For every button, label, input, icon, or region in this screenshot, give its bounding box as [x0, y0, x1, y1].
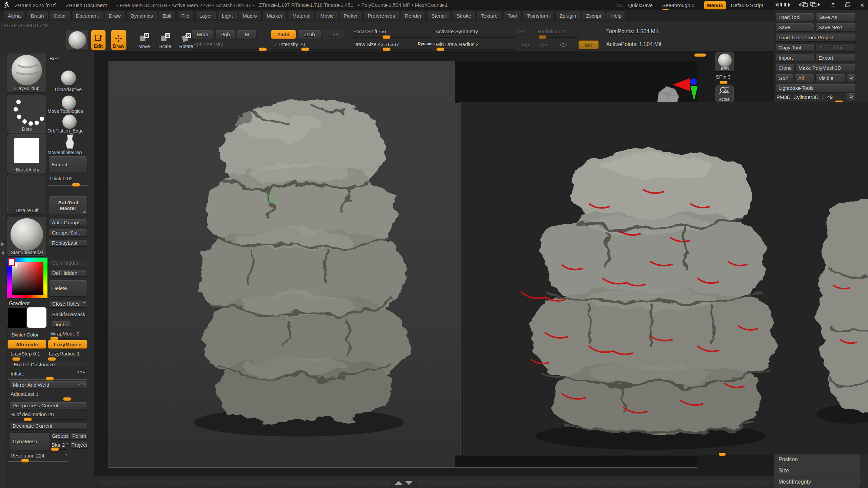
groups-split-button[interactable]: Groups Split: [49, 229, 87, 236]
sv-square[interactable]: [12, 262, 43, 295]
load-tool-button[interactable]: Load Tool: [775, 13, 814, 21]
goz-r-button[interactable]: R: [847, 74, 856, 82]
menu-light[interactable]: Light: [218, 12, 237, 20]
save-button[interactable]: Save: [775, 23, 814, 31]
lazy-step-slider[interactable]: LazyStep 0.1: [11, 351, 40, 357]
spix-slider[interactable]: SPix 3: [716, 74, 730, 80]
extract-button[interactable]: Extract: [48, 156, 87, 173]
scroll-arrow-icon[interactable]: [1, 251, 4, 255]
menu-color[interactable]: Color: [50, 12, 70, 20]
goz-all-button[interactable]: All: [795, 74, 814, 82]
symmetry-x-button[interactable]: >X<: [520, 42, 530, 48]
divider-up-arrow-icon[interactable]: [395, 481, 403, 485]
menu-document[interactable]: Document: [72, 12, 102, 20]
thick-slider[interactable]: Thick 0.02: [49, 176, 73, 181]
z-intensity-slider[interactable]: Z Intensity 20: [275, 41, 305, 47]
menu-zplugin[interactable]: Zplugin: [556, 12, 580, 20]
menu-stroke[interactable]: Stroke: [453, 12, 475, 20]
current-texture-button[interactable]: Texture Off: [7, 175, 46, 214]
move-infinite-label[interactable]: MoveInfiniteDep: [47, 150, 82, 155]
export-button[interactable]: Export: [815, 54, 856, 62]
clone-button[interactable]: Clone: [775, 64, 794, 72]
rgb-intensity-slider[interactable]: Rgb Intensity: [193, 41, 223, 47]
move-topological-label[interactable]: Move Topologica: [47, 108, 83, 114]
zadd-button[interactable]: Zadd: [271, 30, 296, 39]
spix-knob[interactable]: [719, 81, 728, 84]
thick-knob[interactable]: [72, 183, 80, 187]
delete-button[interactable]: Delete: [49, 280, 87, 296]
alternate-button[interactable]: Alternate: [7, 340, 46, 349]
draw-size-slider[interactable]: Draw Size 43.76337: [353, 41, 399, 47]
menu-texture[interactable]: Texture: [477, 12, 501, 20]
scroll-arrow-icon[interactable]: [1, 242, 4, 246]
menus-button[interactable]: Menus: [704, 1, 726, 9]
load-tools-from-project-button[interactable]: Load Tools From Project: [775, 33, 856, 41]
divider-grip-right[interactable]: [418, 480, 769, 486]
mrgb-button[interactable]: Mrgb: [192, 30, 213, 39]
divider-grip-left[interactable]: [99, 480, 391, 486]
menu-file[interactable]: File: [178, 12, 193, 20]
mirror-and-weld-button[interactable]: Mirror And Weld x y z: [10, 381, 87, 389]
dynamesh-blur-knob[interactable]: [51, 447, 59, 451]
actual-size-button[interactable]: x1 Actual: [715, 85, 734, 102]
decimate-current-button[interactable]: Decimate Current: [9, 422, 87, 429]
paste-tool-button[interactable]: Paste Tool: [815, 43, 856, 52]
del-hidden-button[interactable]: Del Hidden: [49, 270, 87, 276]
save-next-button[interactable]: Save Next: [815, 23, 856, 31]
mesh-integrity-button[interactable]: MeshIntegrity: [774, 476, 860, 487]
dynamesh-button[interactable]: DynaMesh: [10, 432, 50, 450]
symmetry-z-button[interactable]: >Z<: [559, 42, 568, 48]
gradient-label[interactable]: Gradient: [9, 301, 29, 307]
trim-adaptive-thumb[interactable]: [61, 70, 76, 85]
size-button[interactable]: Size: [774, 465, 860, 476]
menu-layer[interactable]: Layer: [196, 12, 216, 20]
tray-divider-handle-bottom[interactable]: [719, 453, 726, 456]
current-material-button[interactable]: [66, 30, 88, 50]
menu-zscript[interactable]: Zscript: [582, 12, 605, 20]
default-zscript-button[interactable]: DefaultZScript: [731, 2, 763, 8]
menu-edit[interactable]: Edit: [159, 12, 175, 20]
double-button[interactable]: Double: [52, 321, 71, 328]
menu-transform[interactable]: Transform: [523, 12, 553, 20]
reference-image-window[interactable]: [460, 102, 868, 455]
subtool-master-button[interactable]: SubTool Master: [49, 196, 87, 215]
dynamesh-blur-slider[interactable]: Blur 2: [52, 442, 65, 448]
edit-button[interactable]: Edit: [91, 30, 106, 50]
active-tool-slider[interactable]: PM3D_Cylinder3D_1. 49: [776, 94, 833, 100]
import-button[interactable]: Import: [775, 54, 814, 62]
menu-picker[interactable]: Picker: [340, 12, 362, 20]
close-icon[interactable]: ✕: [860, 2, 865, 8]
switch-color-button[interactable]: SwitchColor: [8, 331, 38, 338]
dynamesh-groups-button[interactable]: Groups: [51, 432, 70, 440]
rgb-button[interactable]: Rgb: [215, 30, 235, 39]
split-hidden-button[interactable]: Split Hidden: [49, 260, 87, 266]
zcut-button[interactable]: Zcut: [322, 30, 344, 39]
divider-down-arrow-icon[interactable]: [405, 481, 413, 485]
focal-shift-slider[interactable]: Focal Shift -56: [353, 28, 386, 34]
copy-tool-button[interactable]: Copy Tool: [775, 43, 814, 52]
tray-divider-handle-top[interactable]: [694, 54, 706, 57]
current-stroke-button[interactable]: Dots: [7, 95, 46, 133]
activate-symmetry-toggle[interactable]: Activate Symmetry: [436, 28, 478, 34]
r-toggle[interactable]: (R): [518, 28, 525, 34]
lazy-radius-knob[interactable]: [48, 357, 56, 361]
make-polymesh3d-button[interactable]: Make PolyMesh3D: [795, 64, 856, 72]
move-topological-thumb[interactable]: [62, 96, 76, 110]
bpr-button[interactable]: BPR: [715, 52, 734, 71]
timeline-next-icon[interactable]: [783, 2, 793, 8]
menu-brush[interactable]: Brush: [27, 12, 47, 20]
wrap-mode-slider[interactable]: WrapMode 0: [51, 331, 80, 337]
current-color-swatch[interactable]: [8, 258, 15, 266]
min-draw-radius-slider[interactable]: Min Draw Radius 2: [436, 41, 479, 47]
lazy-step-knob[interactable]: [12, 357, 20, 361]
active-tool-r-button[interactable]: R: [847, 93, 856, 101]
close-holes-button[interactable]: Close Holes: [49, 300, 87, 307]
radial-count-slider[interactable]: RadialCount: [538, 28, 566, 34]
menu-macro[interactable]: Macro: [239, 12, 261, 20]
quicksave-button[interactable]: QuickSave: [628, 2, 653, 8]
tray-scrollbar[interactable]: [0, 51, 6, 488]
next-document-icon[interactable]: [809, 2, 821, 9]
focal-shift-knob[interactable]: [382, 35, 391, 39]
trim-adaptive-label[interactable]: TrimAdaptive: [48, 87, 88, 92]
inflate-slider[interactable]: Inflate: [11, 371, 24, 377]
